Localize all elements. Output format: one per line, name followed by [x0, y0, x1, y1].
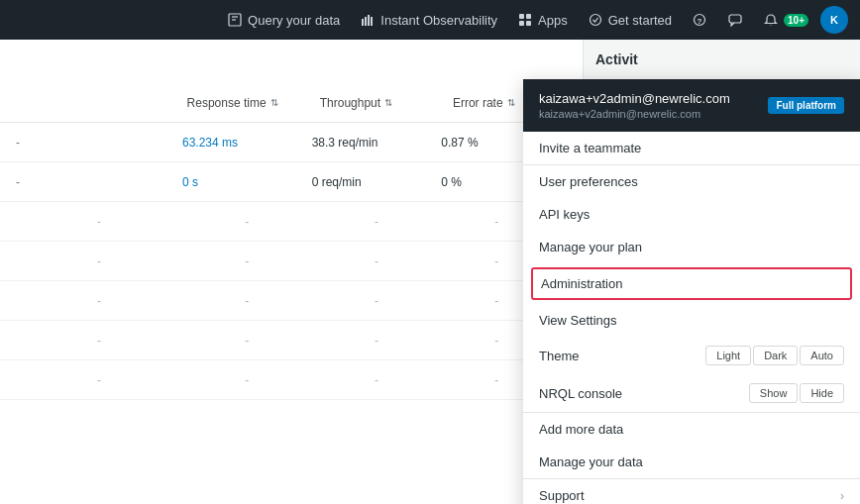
table-row: - 63.234 ms 38.3 req/min 0.87 % ··· [0, 123, 583, 162]
nrql-show-button[interactable]: Show [749, 383, 799, 403]
instant-icon [360, 12, 376, 28]
invite-teammate-item[interactable]: Invite a teammate [523, 132, 860, 164]
error-sort-icon: ⇅ [507, 97, 515, 108]
apps-nav[interactable]: Apps [509, 8, 576, 32]
bell-icon [763, 12, 779, 28]
nrql-hide-button[interactable]: Hide [800, 383, 844, 403]
table-row: - 0 s 0 req/min 0 % ··· [0, 162, 583, 202]
row-1-response: 0 s [182, 175, 312, 189]
svg-text:?: ? [698, 17, 702, 26]
row-2-response: - [182, 215, 312, 229]
response-time-label: Response time [187, 96, 267, 110]
user-preferences-item[interactable]: User preferences [523, 165, 860, 198]
table-area: Response time ⇅ Throughput ⇅ Error rate … [0, 40, 583, 504]
row-0-throughput: 38.3 req/min [312, 136, 442, 150]
query-icon [227, 12, 243, 28]
theme-item: Theme Light Dark Auto [523, 337, 860, 374]
nrql-buttons: Show Hide [749, 383, 844, 403]
throughput-sort-icon: ⇅ [384, 97, 392, 108]
view-settings-label: View Settings [539, 313, 617, 328]
view-settings-item[interactable]: View Settings [523, 304, 860, 337]
avatar-initial: K [830, 14, 838, 26]
notification-badge: 10+ [784, 14, 808, 27]
table-row: - - - - ··· [0, 281, 583, 321]
table-row: - - - - ··· [0, 202, 583, 242]
user-dropdown-menu: kaizawa+v2admin@newrelic.com kaizawa+v2a… [523, 79, 860, 504]
check-icon [588, 12, 603, 28]
manage-data-label: Manage your data [539, 454, 643, 469]
svg-rect-5 [368, 15, 370, 26]
api-keys-item[interactable]: API keys [523, 198, 860, 231]
manage-plan-label: Manage your plan [539, 240, 642, 254]
apps-label: Apps [538, 13, 568, 28]
help-icon: ? [692, 12, 707, 28]
user-avatar-button[interactable]: K [820, 6, 848, 34]
row-0-response: 63.234 ms [182, 136, 312, 150]
row-3-name: - [16, 254, 182, 268]
support-label: Support [539, 488, 585, 503]
response-sort-icon: ⇅ [270, 97, 278, 108]
row-0-name: - [16, 136, 182, 150]
user-email-sub: kaizawa+v2admin@newrelic.com [539, 108, 730, 120]
svg-rect-10 [526, 21, 531, 26]
row-2-name: - [16, 215, 182, 229]
user-preferences-label: User preferences [539, 174, 638, 189]
theme-light-button[interactable]: Light [705, 346, 751, 365]
add-more-data-item[interactable]: Add more data [523, 413, 860, 446]
row-4-name: - [16, 294, 182, 308]
dropdown-header: kaizawa+v2admin@newrelic.com kaizawa+v2a… [523, 79, 860, 132]
theme-label: Theme [539, 349, 579, 363]
instant-observability-nav[interactable]: Instant Observability [352, 8, 505, 32]
query-data-nav[interactable]: Query your data [219, 8, 348, 32]
theme-auto-button[interactable]: Auto [800, 346, 844, 365]
user-info: kaizawa+v2admin@newrelic.com kaizawa+v2a… [539, 91, 730, 120]
table-row: - - - - ··· [0, 321, 583, 360]
chevron-right-icon: › [840, 489, 844, 503]
row-1-name: - [16, 175, 182, 189]
support-item[interactable]: Support › [523, 479, 860, 504]
chat-icon [727, 12, 743, 28]
row-4-response: - [182, 294, 312, 308]
row-6-name: - [16, 373, 182, 387]
row-2-throughput: - [312, 215, 442, 229]
administration-label: Administration [541, 276, 622, 291]
manage-data-item[interactable]: Manage your data [523, 446, 860, 478]
svg-rect-4 [365, 17, 367, 26]
invite-teammate-label: Invite a teammate [539, 141, 641, 155]
svg-rect-3 [362, 19, 364, 26]
chat-nav[interactable] [719, 8, 751, 32]
table-row: - - - - ··· [0, 242, 583, 281]
svg-rect-6 [371, 17, 373, 26]
col-header-throughput[interactable]: Throughput ⇅ [320, 96, 453, 110]
administration-item[interactable]: Administration [531, 267, 852, 300]
row-5-response: - [182, 334, 312, 348]
nrql-console-label: NRQL console [539, 386, 622, 401]
col-header-response[interactable]: Response time ⇅ [187, 96, 320, 110]
nrql-console-item: NRQL console Show Hide [523, 374, 860, 412]
get-started-nav[interactable]: Get started [580, 8, 680, 32]
svg-rect-9 [519, 21, 524, 26]
error-rate-label: Error rate [453, 96, 503, 110]
api-keys-label: API keys [539, 207, 590, 222]
svg-point-11 [590, 15, 600, 26]
row-5-name: - [16, 334, 182, 348]
help-nav[interactable]: ? [684, 8, 715, 32]
top-navigation: Query your data Instant Observability Ap… [0, 0, 860, 40]
svg-rect-7 [519, 14, 524, 19]
table-row: - - - - ··· [0, 360, 583, 400]
user-email-main: kaizawa+v2admin@newrelic.com [539, 91, 730, 106]
row-4-throughput: - [312, 294, 442, 308]
get-started-label: Get started [608, 13, 672, 28]
row-6-response: - [182, 373, 312, 387]
bell-nav[interactable]: 10+ [755, 8, 816, 32]
platform-badge: Full platform [768, 97, 844, 114]
row-6-throughput: - [312, 373, 442, 387]
manage-plan-item[interactable]: Manage your plan [523, 231, 860, 263]
svg-rect-8 [526, 14, 531, 19]
row-1-throughput: 0 req/min [312, 175, 442, 189]
theme-dark-button[interactable]: Dark [753, 346, 798, 365]
row-3-throughput: - [312, 254, 442, 268]
activity-title: Activit [595, 51, 848, 67]
theme-buttons: Light Dark Auto [705, 346, 844, 365]
throughput-label: Throughput [320, 96, 380, 110]
